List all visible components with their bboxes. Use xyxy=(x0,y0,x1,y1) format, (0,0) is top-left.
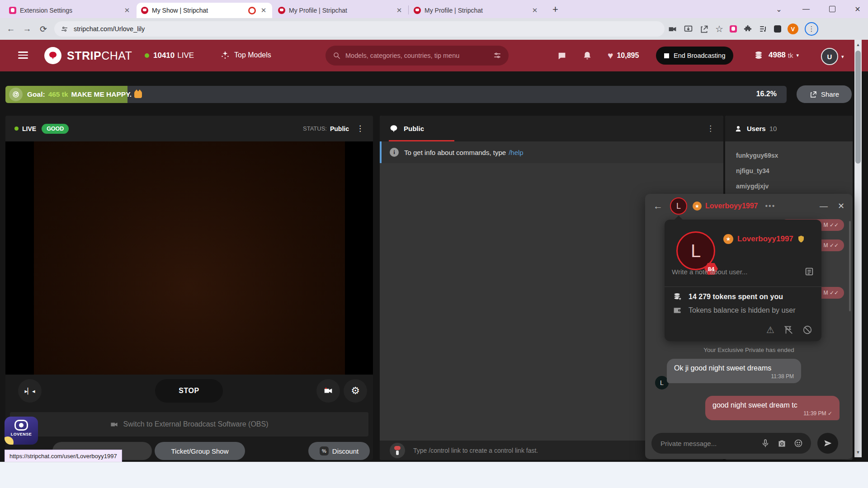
tokens-caret-icon: ▾ xyxy=(797,52,799,58)
stop-label: STOP xyxy=(179,387,199,395)
stop-square-icon xyxy=(664,53,669,58)
live-counter[interactable]: 10410 LIVE xyxy=(145,51,194,60)
new-tab-button[interactable]: + xyxy=(552,4,558,15)
scrollbar-thumb[interactable] xyxy=(855,51,861,164)
brand-chat: CHAT xyxy=(101,49,132,62)
send-message-button[interactable] xyxy=(817,433,838,454)
commands-info-bar: i To get info about commands, type /help xyxy=(380,141,723,163)
reload-button[interactable]: ⟳ xyxy=(35,24,52,34)
notifications-bell-icon[interactable] xyxy=(582,51,592,61)
user-list-item[interactable]: funkyguy69sx xyxy=(736,152,778,159)
tab-my-profile-2[interactable]: My Profile | Stripchat ✕ xyxy=(409,3,543,18)
top-models-link[interactable]: Top Models xyxy=(220,50,271,60)
tokens-amount: 4988 xyxy=(769,51,786,60)
back-arrow-icon[interactable]: ← xyxy=(653,201,663,211)
report-flag-icon[interactable] xyxy=(783,325,793,335)
search-filter-icon[interactable] xyxy=(493,52,501,60)
pm-avatar[interactable]: L xyxy=(670,197,687,215)
tab-search-icon[interactable]: ⌄ xyxy=(769,0,789,18)
stripchat-logo[interactable]: STRIPCHAT xyxy=(44,47,132,64)
pm-username[interactable]: Loverboyy1997 xyxy=(705,202,758,210)
tab-close-icon[interactable]: ✕ xyxy=(531,6,539,14)
percent-icon: % xyxy=(320,446,329,455)
messages-icon[interactable] xyxy=(557,51,567,61)
tab-public[interactable]: Public xyxy=(404,125,424,132)
page-scrollbar[interactable]: ▲ ▼ xyxy=(854,40,862,457)
browser-menu-icon[interactable]: ⋮ xyxy=(805,22,818,36)
block-user-icon[interactable] xyxy=(802,325,812,335)
note-field[interactable]: Write a note about user... xyxy=(672,267,814,277)
message-time: 11:38 PM xyxy=(674,373,794,380)
user-list-item[interactable]: njfigu_ty34 xyxy=(736,167,769,174)
tokens-balance[interactable]: 4988 tk ▾ xyxy=(754,50,799,61)
chat-menu-icon[interactable]: ⋮ xyxy=(707,124,714,133)
tokens-spent-text: 14 279 tokens spent on you xyxy=(689,293,783,301)
share-page-icon[interactable] xyxy=(699,24,709,34)
tab-close-icon[interactable]: ✕ xyxy=(395,6,403,14)
camera-settings-button[interactable] xyxy=(316,379,340,403)
pm-minimize-icon[interactable]: — xyxy=(820,202,828,211)
users-count: 10 xyxy=(769,125,777,132)
address-bar[interactable]: stripchat.com/Urlove_lily xyxy=(54,21,665,37)
forward-button[interactable]: → xyxy=(19,24,35,34)
stop-stream-button[interactable]: STOP xyxy=(155,379,223,403)
control-link-icon[interactable] xyxy=(390,443,405,458)
tab-my-profile-1[interactable]: My Profile | Stripchat ✕ xyxy=(274,3,408,18)
pm-input-field[interactable]: Private message... xyxy=(651,433,811,454)
end-broadcasting-button[interactable]: End Broadcasting xyxy=(656,47,733,65)
back-button[interactable]: ← xyxy=(3,24,19,34)
window-close-button[interactable]: ✕ xyxy=(847,0,868,18)
pm-scrollbar[interactable] xyxy=(849,221,851,311)
scroll-down-icon[interactable]: ▼ xyxy=(854,450,862,455)
pm-more-icon[interactable]: ••• xyxy=(765,202,776,210)
tab-my-show[interactable]: My Show | Stripchat ✕ xyxy=(137,3,272,18)
discount-button[interactable]: % Discount xyxy=(308,442,370,460)
tab-title: My Profile | Stripchat xyxy=(289,7,392,14)
window-minimize-button[interactable]: — xyxy=(796,0,816,18)
tokens-unit: tk xyxy=(788,52,793,59)
user-list-item[interactable]: amiygdjxjv xyxy=(736,183,769,190)
note-icon[interactable] xyxy=(804,267,814,277)
share-button[interactable]: Share xyxy=(797,85,852,103)
profile-avatar[interactable]: V xyxy=(788,23,798,34)
favorites-counter[interactable]: ♥ 10,895 xyxy=(608,50,639,61)
tab-close-icon[interactable]: ✕ xyxy=(123,6,131,14)
hamburger-menu-icon[interactable] xyxy=(18,50,28,61)
dark-extension-icon[interactable] xyxy=(774,25,781,33)
message-text: good night sweet dream tc xyxy=(712,401,797,409)
obs-camera-icon xyxy=(110,420,118,429)
tab-close-icon[interactable]: ✕ xyxy=(259,6,268,14)
emoji-smiley-icon[interactable] xyxy=(794,439,803,448)
top-models-label: Top Models xyxy=(234,51,271,59)
live-label: LIVE xyxy=(22,125,36,132)
scroll-up-icon[interactable]: ▲ xyxy=(854,42,862,47)
install-icon[interactable] xyxy=(684,24,693,34)
help-link[interactable]: /help xyxy=(509,149,524,156)
stream-settings-button[interactable]: ⚙ xyxy=(344,379,367,403)
video-camera-icon xyxy=(323,386,333,396)
users-icon xyxy=(734,125,742,133)
ticket-group-show-button[interactable]: Ticket/Group Show xyxy=(155,442,245,460)
share-label: Share xyxy=(821,90,839,98)
lovense-widget[interactable]: LOVENSE xyxy=(5,417,38,445)
model-search-bar[interactable]: Models, categories, countries, tip menu xyxy=(326,46,509,66)
obs-switch-bar[interactable]: Switch to External Broadcast Software (O… xyxy=(10,412,368,436)
site-settings-icon[interactable] xyxy=(61,25,68,33)
extensions-puzzle-icon[interactable] xyxy=(743,24,752,33)
tab-extension-settings[interactable]: Extension Settings ✕ xyxy=(5,3,136,18)
pm-close-icon[interactable]: ✕ xyxy=(838,201,844,211)
account-menu[interactable]: U ▾ xyxy=(821,48,844,65)
window-maximize-button[interactable] xyxy=(822,0,843,18)
link-preview-url: https://stripchat.com/user/Loverboyy1997 xyxy=(9,453,117,460)
photo-camera-icon[interactable] xyxy=(777,439,787,448)
video-menu-icon[interactable]: ⋮ xyxy=(356,124,364,133)
voice-message-icon[interactable] xyxy=(761,439,770,448)
report-warning-icon[interactable]: ⚠ xyxy=(766,324,774,335)
bookmark-star-icon[interactable]: ☆ xyxy=(715,23,723,34)
extension-list-icon[interactable] xyxy=(759,24,768,33)
status-value[interactable]: Public xyxy=(330,125,349,132)
lovense-extension-icon[interactable] xyxy=(730,25,737,33)
camera-access-icon[interactable] xyxy=(668,24,677,34)
mirror-flip-button[interactable]: ▸▏◂ xyxy=(18,379,42,403)
goal-percent: 16.2% xyxy=(756,90,777,98)
